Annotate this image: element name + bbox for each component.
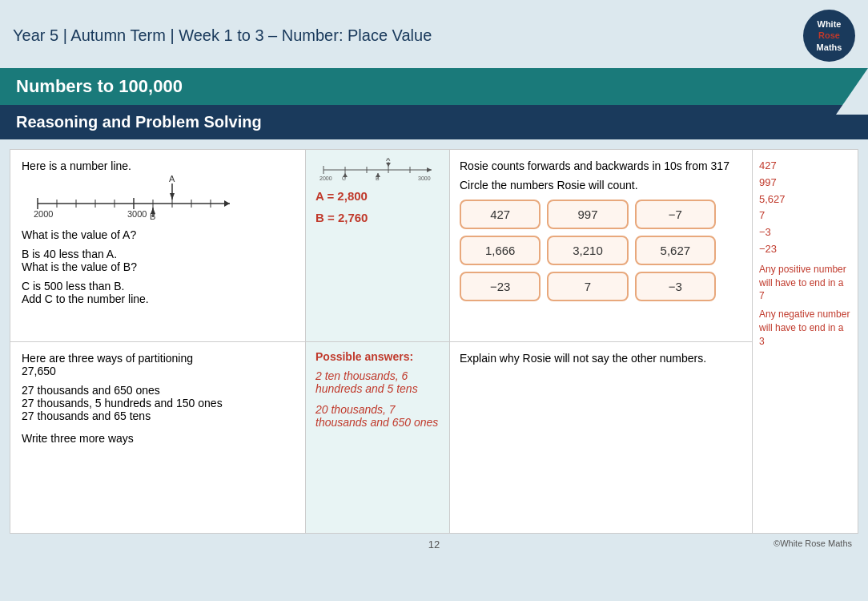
q1-qb: B is 40 less than A. bbox=[22, 248, 294, 260]
ans-note1: Any positive number will have to end in … bbox=[759, 263, 851, 303]
small-number-line: A 2000 3000 C B bbox=[315, 158, 440, 182]
header-title: Year 5 | Autumn Term | Week 1 to 3 – Num… bbox=[13, 26, 432, 45]
q3-instruction: Circle the numbers Rosie will count. bbox=[460, 179, 742, 192]
q2-way1: 27 thousands and 650 ones bbox=[22, 384, 294, 397]
svg-text:3000: 3000 bbox=[127, 209, 147, 219]
far-right-answers: 427 997 5,627 7 −3 −23 Any positive numb… bbox=[753, 149, 858, 534]
svg-text:C: C bbox=[342, 175, 346, 181]
a2-ans2: 20 thousands, 7 thousands and 650 ones bbox=[315, 403, 440, 429]
left-panels: Here is a number line. 2000 bbox=[10, 149, 306, 534]
a2-panel: Possible answers: 2 ten thousands, 6 hun… bbox=[306, 341, 449, 534]
logo: White Rose Maths bbox=[803, 10, 855, 62]
svg-text:B: B bbox=[376, 175, 380, 181]
q1-qc: C is 500 less than B. bbox=[22, 280, 294, 292]
a1-a: A = 2,800 bbox=[315, 189, 440, 203]
a1-b: B = 2,760 bbox=[315, 211, 440, 224]
logo-white: White bbox=[818, 18, 842, 30]
q3-intro: Rosie counts forwards and backwards in 1… bbox=[460, 159, 742, 172]
q1-intro: Here is a number line. bbox=[22, 159, 294, 172]
answer-panels: A 2000 3000 C B A = 2,800 B = 2,760 Poss… bbox=[306, 149, 450, 534]
svg-marker-28 bbox=[386, 163, 391, 167]
subtitle-banner: Reasoning and Problem Solving bbox=[0, 105, 868, 139]
footer-copyright: ©White Rose Maths bbox=[440, 538, 852, 551]
logo-rose: Rose bbox=[818, 30, 840, 41]
footer: 12 ©White Rose Maths bbox=[0, 534, 868, 555]
circle-neg3[interactable]: −3 bbox=[635, 272, 716, 301]
logo-maths: Maths bbox=[817, 42, 842, 53]
ans-neg23: −23 bbox=[759, 241, 851, 258]
a1-panel: A 2000 3000 C B A = 2,800 B = 2,760 bbox=[306, 150, 449, 341]
circle-grid: 427 997 −7 1,666 3,210 5,627 −23 7 −3 bbox=[460, 200, 716, 301]
ans-neg3: −3 bbox=[759, 224, 851, 241]
svg-text:B: B bbox=[150, 212, 155, 220]
ans-7: 7 bbox=[759, 208, 851, 224]
q3-panels: Rosie counts forwards and backwards in 1… bbox=[450, 149, 753, 534]
circle-997[interactable]: 997 bbox=[547, 200, 628, 229]
ans-5627: 5,627 bbox=[759, 192, 851, 208]
svg-marker-15 bbox=[170, 193, 175, 200]
q3-top: Rosie counts forwards and backwards in 1… bbox=[450, 150, 752, 342]
q2-way3: 27 thousands and 65 tens bbox=[22, 409, 294, 422]
ans-note2: Any negative number will have to end in … bbox=[759, 308, 851, 348]
q1-qc2: Add C to the number line. bbox=[22, 292, 294, 305]
svg-marker-1 bbox=[224, 200, 230, 207]
circle-neg7[interactable]: −7 bbox=[635, 200, 716, 229]
q2-number: 27,650 bbox=[22, 365, 294, 377]
q1-qb2: What is the value of B? bbox=[22, 260, 294, 273]
svg-text:3000: 3000 bbox=[418, 175, 431, 181]
svg-text:A: A bbox=[386, 158, 391, 163]
ans-997: 997 bbox=[759, 175, 851, 192]
ans-427: 427 bbox=[759, 158, 851, 175]
circle-3210[interactable]: 3,210 bbox=[547, 236, 628, 265]
q2-way2: 27 thousands, 5 hundreds and 150 ones bbox=[22, 397, 294, 409]
circle-7[interactable]: 7 bbox=[547, 272, 628, 301]
q2-intro: Here are three ways of partitioning bbox=[22, 352, 294, 365]
svg-text:2000: 2000 bbox=[319, 175, 332, 181]
svg-text:2000: 2000 bbox=[34, 209, 53, 219]
circle-1666[interactable]: 1,666 bbox=[460, 236, 540, 265]
circle-427[interactable]: 427 bbox=[460, 200, 540, 229]
header: Year 5 | Autumn Term | Week 1 to 3 – Num… bbox=[0, 0, 868, 68]
subtitle-text: Reasoning and Problem Solving bbox=[16, 113, 852, 131]
q1-panel: Here is a number line. 2000 bbox=[10, 150, 305, 342]
svg-marker-21 bbox=[427, 167, 432, 172]
a2-ans1: 2 ten thousands, 6 hundreds and 5 tens bbox=[315, 369, 440, 395]
q1-qa: What is the value of A? bbox=[22, 228, 294, 241]
q2-q: Write three more ways bbox=[22, 432, 294, 445]
number-line: 2000 3000 A B bbox=[22, 175, 294, 220]
a2-label: Possible answers: bbox=[315, 350, 440, 363]
q3-q2: Explain why Rosie will not say the other… bbox=[460, 352, 742, 365]
q2-panel: Here are three ways of partitioning 27,6… bbox=[10, 342, 305, 534]
q3-bottom: Explain why Rosie will not say the other… bbox=[450, 342, 752, 534]
title-text: Numbers to 100,000 bbox=[16, 76, 852, 97]
circle-5627[interactable]: 5,627 bbox=[635, 236, 716, 265]
page-number: 12 bbox=[428, 538, 440, 551]
circle-neg23[interactable]: −23 bbox=[460, 272, 540, 301]
title-banner: Numbers to 100,000 bbox=[0, 68, 868, 105]
svg-text:A: A bbox=[169, 175, 175, 184]
